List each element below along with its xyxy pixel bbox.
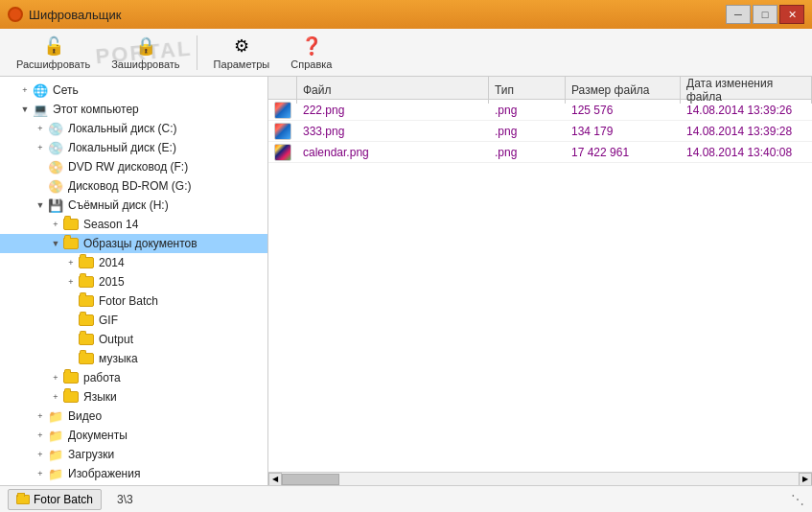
file-type-2: .png (489, 142, 566, 162)
file-thumbnail-1 (274, 123, 291, 140)
tree-item-output[interactable]: Output (0, 330, 267, 349)
tree-icon-drive-g: 📀 (48, 179, 63, 194)
tree-icon-2015 (79, 276, 94, 288)
tree-item-drive-c[interactable]: + 💿 Локальный диск (C:) (0, 119, 267, 138)
expander-this-pc[interactable]: ▼ (19, 105, 31, 114)
expander-docs[interactable]: + (35, 431, 46, 440)
toolbar-separator (197, 35, 197, 70)
tree-label-drive-e: Локальный диск (E:) (68, 141, 176, 154)
tree-label-2014: 2014 (99, 256, 125, 269)
decrypt-button[interactable]: 🔓 Расшифровать (8, 33, 99, 73)
tree-item-music2[interactable]: + 📁 Музыка (0, 483, 267, 485)
decrypt-label: Расшифровать (16, 58, 90, 70)
expander-work[interactable]: + (50, 373, 61, 383)
tree-item-downloads[interactable]: + 📁 Загрузки (0, 445, 267, 464)
file-row-0[interactable]: 222.png .png 125 576 14.08.2014 13:39:26 (268, 100, 812, 121)
file-icon-0 (268, 100, 297, 120)
tree-icon-work (63, 372, 79, 384)
file-icon-1 (268, 121, 297, 141)
tree-icon-season14 (63, 219, 79, 230)
tree-item-drive-e[interactable]: + 💿 Локальный диск (E:) (0, 138, 267, 157)
title-bar: Шифровальщик ─ □ ✕ (0, 0, 812, 29)
tree-item-obrazcy[interactable]: ▼ Образцы документов (0, 234, 267, 253)
horizontal-scrollbar[interactable]: ◀ ▶ (268, 472, 812, 485)
tree-label-video: Видео (68, 409, 102, 423)
expander-drive-c[interactable]: + (35, 124, 46, 133)
expander-network[interactable]: + (19, 85, 31, 95)
expander-season14[interactable]: + (50, 220, 61, 229)
current-folder-display: Fotor Batch (8, 489, 102, 510)
tree-item-music[interactable]: музыка (0, 349, 267, 368)
tree-label-this-pc: Этот компьютер (53, 103, 139, 116)
tree-icon-docs: 📁 (48, 429, 63, 443)
expander-downloads[interactable]: + (35, 450, 46, 459)
params-button[interactable]: ⚙ Параметры (205, 33, 279, 73)
tree-item-drive-g[interactable]: 📀 Дисковод BD-ROM (G:) (0, 176, 267, 196)
tree-label-drive-f: DVD RW дисковод (F:) (68, 160, 188, 174)
expander-obrazcy[interactable]: ▼ (50, 239, 61, 248)
tree-label-work: работа (83, 371, 121, 384)
resize-grip[interactable]: ⋱ (791, 492, 804, 507)
tree-item-docs[interactable]: + 📁 Документы (0, 426, 267, 445)
tree-icon-downloads: 📁 (48, 448, 63, 462)
expander-drive-e[interactable]: + (35, 143, 46, 152)
scroll-left-button[interactable]: ◀ (268, 473, 282, 486)
tree-label-drive-h: Съёмный диск (H:) (68, 198, 169, 212)
scrollbar-track[interactable] (282, 473, 799, 486)
file-size-1: 134 179 (566, 121, 681, 141)
file-list-panel: Файл Тип Размер файла Дата изменения фай… (268, 77, 812, 485)
expander-video[interactable]: + (35, 411, 46, 421)
tree-label-music: музыка (99, 352, 138, 365)
encrypt-button[interactable]: 🔒 Зашифровать (103, 33, 188, 73)
expander-2014[interactable]: + (65, 258, 77, 268)
file-size-0: 125 576 (566, 100, 681, 120)
tree-item-video[interactable]: + 📁 Видео (0, 407, 267, 426)
tree-item-this-pc[interactable]: ▼ 💻 Этот компьютер (0, 100, 267, 119)
minimize-button[interactable]: ─ (726, 5, 751, 24)
expander-2015[interactable]: + (65, 277, 77, 287)
tree-item-season14[interactable]: + Season 14 (0, 215, 267, 234)
tree-item-drive-h[interactable]: ▼ 💾 Съёмный диск (H:) (0, 196, 267, 215)
tree-icon-output (79, 334, 94, 345)
help-icon: ❓ (301, 35, 322, 57)
expander-languages[interactable]: + (50, 392, 61, 402)
status-bar: Fotor Batch 3\3 ⋱ (0, 485, 812, 512)
tree-label-network: Сеть (53, 83, 79, 97)
scroll-right-button[interactable]: ▶ (799, 473, 812, 486)
decrypt-icon: 🔓 (43, 35, 64, 57)
close-button[interactable]: ✕ (779, 5, 804, 24)
file-name-0: 222.png (297, 100, 489, 120)
tree-item-2014[interactable]: + 2014 (0, 253, 267, 272)
tree-item-network[interactable]: + 🌐 Сеть (0, 81, 267, 100)
help-label: Справка (290, 58, 332, 70)
tree-item-gif[interactable]: GIF (0, 311, 267, 330)
tree-label-drive-c: Локальный диск (C:) (68, 122, 177, 135)
file-thumbnail-0 (274, 102, 291, 119)
tree-icon-images: 📁 (48, 467, 63, 481)
tree-icon-languages (63, 391, 79, 403)
tree-item-2015[interactable]: + 2015 (0, 272, 267, 291)
tree-icon-music (79, 353, 94, 364)
tree-item-drive-f[interactable]: 📀 DVD RW дисковод (F:) (0, 157, 267, 176)
status-folder-label: Fotor Batch (34, 493, 93, 506)
expander-images[interactable]: + (35, 469, 46, 478)
tree-icon-drive-h: 💾 (48, 198, 63, 213)
tree-item-work[interactable]: + работа (0, 368, 267, 387)
tree-icon-this-pc: 💻 (33, 103, 48, 117)
tree-item-languages[interactable]: + Языки (0, 387, 267, 407)
file-date-0: 14.08.2014 13:39:26 (681, 100, 812, 120)
tree-label-languages: Языки (83, 390, 117, 404)
expander-drive-h[interactable]: ▼ (35, 200, 46, 210)
tree-label-downloads: Загрузки (68, 448, 114, 461)
maximize-button[interactable]: □ (753, 5, 777, 24)
scrollbar-thumb[interactable] (282, 474, 339, 485)
tree-item-images[interactable]: + 📁 Изображения (0, 464, 267, 483)
help-button[interactable]: ❓ Справка (282, 33, 340, 73)
file-row-1[interactable]: 333.png .png 134 179 14.08.2014 13:39:28 (268, 121, 812, 142)
title-bar-left: Шифровальщик (8, 7, 121, 22)
file-list[interactable]: 222.png .png 125 576 14.08.2014 13:39:26… (268, 100, 812, 472)
file-row-2[interactable]: calendar.png .png 17 422 961 14.08.2014 … (268, 142, 812, 163)
tree-item-fotor-batch[interactable]: Fotor Batch (0, 291, 267, 311)
file-tree-panel[interactable]: + 🌐 Сеть ▼ 💻 Этот компьютер + 💿 Локальны… (0, 77, 268, 485)
encrypt-icon: 🔒 (135, 35, 156, 57)
